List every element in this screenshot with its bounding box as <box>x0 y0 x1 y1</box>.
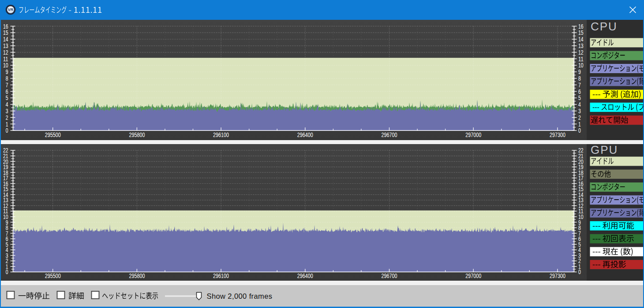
svg-text:297300: 297300 <box>550 272 565 279</box>
svg-text:297000: 297000 <box>465 272 481 279</box>
svg-text:296400: 296400 <box>297 131 313 138</box>
svg-text:VR: VR <box>8 7 14 12</box>
svg-text:12: 12 <box>3 48 8 56</box>
svg-text:5: 5 <box>6 94 8 101</box>
svg-text:15: 15 <box>3 29 8 36</box>
svg-text:296700: 296700 <box>382 272 397 279</box>
svg-text:296400: 296400 <box>297 272 313 279</box>
svg-text:9: 9 <box>578 68 581 75</box>
svg-text:10: 10 <box>3 61 8 69</box>
svg-text:10: 10 <box>578 61 584 69</box>
svg-text:3: 3 <box>578 107 581 115</box>
svg-text:Show 2,000 frames: Show 2,000 frames <box>207 292 273 300</box>
svg-text:1: 1 <box>6 120 8 128</box>
svg-text:296700: 296700 <box>382 131 397 138</box>
svg-text:4: 4 <box>578 100 581 108</box>
svg-text:0: 0 <box>6 126 8 134</box>
svg-text:5: 5 <box>578 94 581 101</box>
svg-text:13: 13 <box>3 42 8 49</box>
svg-text:15: 15 <box>578 29 584 36</box>
svg-text:297000: 297000 <box>465 131 481 138</box>
svg-text:1: 1 <box>578 120 581 128</box>
svg-text:7: 7 <box>6 81 8 89</box>
svg-text:295500: 295500 <box>45 272 61 279</box>
svg-text:14: 14 <box>578 35 584 43</box>
svg-text:295800: 295800 <box>129 272 145 279</box>
svg-text:12: 12 <box>578 48 584 56</box>
svg-text:22: 22 <box>578 146 584 154</box>
svg-text:6: 6 <box>6 88 8 95</box>
svg-text:0: 0 <box>578 126 581 134</box>
svg-text:296100: 296100 <box>213 131 229 138</box>
svg-text:GPU: GPU <box>591 143 618 156</box>
svg-text:8: 8 <box>6 74 8 82</box>
svg-text:3: 3 <box>6 107 8 115</box>
svg-text:11: 11 <box>578 55 584 63</box>
svg-text:8: 8 <box>578 74 581 82</box>
svg-text:11: 11 <box>3 55 8 63</box>
svg-text:295500: 295500 <box>45 131 61 138</box>
svg-text:16: 16 <box>578 22 584 30</box>
svg-text:14: 14 <box>3 35 8 43</box>
svg-text:16: 16 <box>3 22 8 30</box>
svg-text:CPU: CPU <box>591 20 618 33</box>
svg-text:9: 9 <box>6 68 8 75</box>
svg-text:4: 4 <box>6 100 8 108</box>
svg-text:295800: 295800 <box>129 131 145 138</box>
svg-text:296100: 296100 <box>213 272 229 279</box>
svg-text:13: 13 <box>578 42 584 49</box>
svg-text:2: 2 <box>578 114 581 121</box>
svg-text:2: 2 <box>6 114 8 121</box>
svg-text:6: 6 <box>578 88 581 95</box>
svg-text:22: 22 <box>3 146 8 154</box>
svg-text:7: 7 <box>578 81 581 89</box>
svg-text:297300: 297300 <box>550 131 565 138</box>
